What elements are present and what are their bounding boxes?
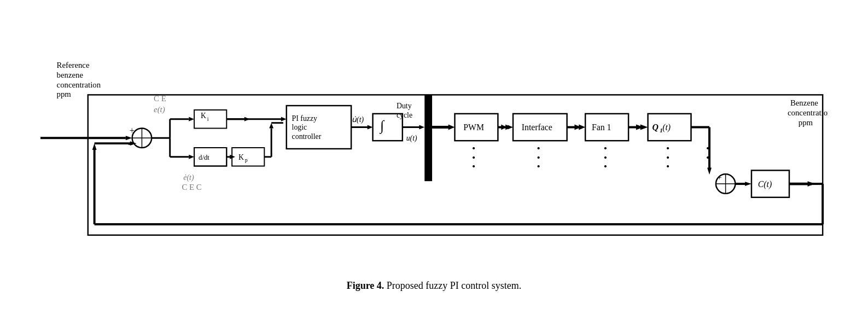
benzene-label-ppm: ppm: [798, 118, 813, 127]
pi-fuzzy-line1: PI fuzzy: [292, 114, 317, 123]
svg-text:•: •: [706, 152, 709, 163]
svg-marker-8: [189, 117, 194, 121]
fan1-label: Fan 1: [592, 123, 611, 132]
pwm-label: PWM: [463, 123, 484, 132]
svg-marker-34: [448, 125, 455, 130]
svg-marker-70: [745, 182, 752, 186]
ref-label-line1: Reference: [56, 61, 89, 69]
ddt-label: d/dt: [198, 154, 209, 161]
svg-marker-49: [579, 125, 585, 130]
ce-label: C E: [154, 94, 166, 103]
integral-label: ∫: [379, 118, 385, 134]
figure-container: Reference benzene concentration ppm C E …: [24, 12, 844, 308]
edt-label: ė(t): [183, 173, 194, 182]
duty-cycle-line1: Duty: [396, 102, 411, 110]
ki-sub: i: [207, 116, 208, 122]
pi-fuzzy-line3: controller: [292, 132, 321, 141]
svg-text:•: •: [603, 161, 607, 172]
svg-marker-25: [281, 117, 286, 121]
svg-marker-56: [640, 125, 648, 130]
svg-text:•: •: [666, 161, 669, 172]
svg-rect-17: [232, 148, 264, 166]
pi-fuzzy-line2: logic: [292, 123, 307, 131]
diagram-area: Reference benzene concentration ppm C E …: [40, 23, 828, 275]
ki-label: K: [200, 112, 206, 120]
interface-label: Interface: [521, 123, 552, 132]
kp-sub: p: [244, 157, 247, 163]
kp-label: K: [238, 153, 243, 161]
duty-cycle-line2: cycle: [396, 111, 412, 119]
final-plus: +: [717, 173, 721, 182]
ref-label-line2: benzene: [56, 71, 83, 79]
svg-text:•: •: [472, 161, 475, 172]
ct-label: C(t): [758, 179, 771, 189]
q1-suffix: (t): [662, 123, 671, 132]
svg-marker-28: [367, 125, 372, 130]
svg-rect-32: [424, 95, 432, 181]
u-dot-label: u̇(t): [352, 115, 364, 124]
ref-label-line3: concentration: [56, 80, 101, 89]
svg-text:•: •: [537, 161, 540, 172]
q1-label: Q: [652, 123, 658, 132]
figure-caption-bold: Figure 4.: [347, 280, 385, 291]
cec-label: C E C: [182, 183, 201, 191]
benzene-label-line1: Benzene: [790, 98, 818, 107]
figure-caption: Figure 4. Proposed fuzzy PI control syst…: [40, 280, 828, 292]
et-label: e(t): [154, 105, 165, 114]
svg-marker-12: [189, 155, 194, 159]
svg-rect-9: [194, 110, 226, 129]
svg-marker-63: [707, 168, 712, 175]
ref-label-line4: ppm: [56, 90, 71, 98]
svg-marker-1: [125, 136, 132, 140]
u-label: u(t): [406, 134, 417, 143]
svg-marker-31: [419, 125, 424, 130]
figure-caption-text: Proposed fuzzy PI control system.: [387, 280, 521, 291]
